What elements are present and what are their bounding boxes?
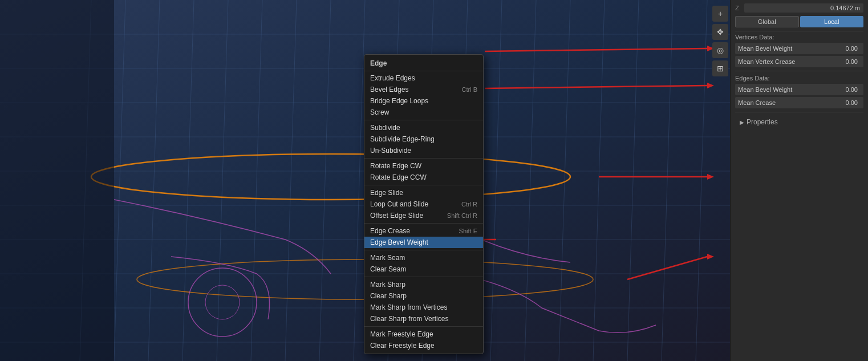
menu-item-edge-bevel-weight[interactable]: Edge Bevel Weight: [364, 237, 483, 248]
mean-crease-label: Mean Crease: [738, 99, 824, 106]
mean-vertex-crease-label: Mean Vertex Crease: [738, 58, 824, 65]
menu-item-offset-edge-slide[interactable]: Offset Edge Slide Shift Ctrl R: [364, 210, 483, 221]
separator-2: [364, 158, 483, 159]
properties-label: Properties: [747, 118, 778, 126]
mean-bevel-weight-edges-value: 0.00: [824, 85, 861, 94]
global-button[interactable]: Global: [735, 16, 799, 27]
menu-item-screw[interactable]: Screw: [364, 107, 483, 118]
menu-item-loop-cut[interactable]: Loop Cut and Slide Ctrl R: [364, 198, 483, 210]
mean-crease-row[interactable]: Mean Crease 0.00: [735, 97, 863, 108]
menu-item-mark-sharp-from-vertices[interactable]: Mark Sharp from Vertices: [364, 302, 483, 313]
properties-chevron: ▶: [740, 119, 744, 125]
menu-item-un-subdivide[interactable]: Un-Subdivide: [364, 145, 483, 156]
menu-item-extrude-edges[interactable]: Extrude Edges: [364, 72, 483, 84]
zoom-in-icon[interactable]: +: [712, 6, 728, 22]
menu-item-clear-seam[interactable]: Clear Seam: [364, 263, 483, 275]
mean-vertex-crease-value: 0.00: [824, 57, 861, 66]
z-coord-value[interactable]: 0.14672 m: [744, 3, 863, 13]
menu-item-rotate-ccw[interactable]: Rotate Edge CCW: [364, 172, 483, 183]
menu-item-clear-sharp-from-vertices[interactable]: Clear Sharp from Vertices: [364, 313, 483, 325]
transform-space-row: Global Local: [735, 16, 863, 27]
separator-5: [364, 250, 483, 250]
menu-item-subdivide[interactable]: Subdivide: [364, 122, 483, 133]
right-panel: Z 0.14672 m Global Local Vertices Data: …: [730, 0, 868, 361]
svg-rect-34: [0, 0, 114, 361]
menu-item-bridge-edge-loops[interactable]: Bridge Edge Loops: [364, 95, 483, 107]
separator-6: [364, 277, 483, 277]
vertices-data-title: Vertices Data:: [735, 34, 863, 40]
viewport-toolbar: + ✥ ◎ ⊞: [712, 6, 728, 76]
menu-item-edge-slide[interactable]: Edge Slide: [364, 187, 483, 198]
edges-data-title: Edges Data:: [735, 75, 863, 82]
menu-item-bevel-edges[interactable]: Bevel Edges Ctrl B: [364, 84, 483, 95]
mean-bevel-weight-vertices-value: 0.00: [824, 44, 861, 53]
menu-item-edge-crease[interactable]: Edge Crease Shift E: [364, 225, 483, 237]
camera-icon[interactable]: ◎: [712, 42, 728, 58]
menu-item-mark-sharp[interactable]: Mark Sharp: [364, 279, 483, 290]
mean-crease-value: 0.00: [824, 98, 861, 107]
context-menu-title: Edge: [364, 57, 483, 71]
menu-item-clear-sharp[interactable]: Clear Sharp: [364, 290, 483, 302]
menu-item-subdivide-edge-ring[interactable]: Subdivide Edge-Ring: [364, 133, 483, 145]
properties-row[interactable]: ▶ Properties: [735, 116, 863, 128]
mean-bevel-weight-vertices-label: Mean Bevel Weight: [738, 45, 824, 52]
separator-1: [364, 120, 483, 120]
separator-3: [364, 185, 483, 185]
context-menu: Edge Extrude Edges Bevel Edges Ctrl B Br…: [364, 54, 484, 354]
local-button[interactable]: Local: [800, 16, 864, 27]
mean-vertex-crease-row[interactable]: Mean Vertex Crease 0.00: [735, 56, 863, 67]
menu-item-rotate-cw[interactable]: Rotate Edge CW: [364, 160, 483, 172]
separator-7: [364, 326, 483, 327]
mean-bevel-weight-edges-label: Mean Bevel Weight: [738, 86, 824, 93]
separator-4: [364, 223, 483, 224]
menu-item-mark-freestyle-edge[interactable]: Mark Freestyle Edge: [364, 328, 483, 340]
menu-item-mark-seam[interactable]: Mark Seam: [364, 252, 483, 263]
grid-icon[interactable]: ⊞: [712, 60, 728, 76]
z-coord-label: Z: [735, 5, 742, 11]
mean-bevel-weight-vertices-row[interactable]: Mean Bevel Weight 0.00: [735, 43, 863, 54]
mean-bevel-weight-edges-row[interactable]: Mean Bevel Weight 0.00: [735, 84, 863, 95]
menu-item-clear-freestyle-edge[interactable]: Clear Freestyle Edge: [364, 340, 483, 351]
pan-icon[interactable]: ✥: [712, 24, 728, 40]
